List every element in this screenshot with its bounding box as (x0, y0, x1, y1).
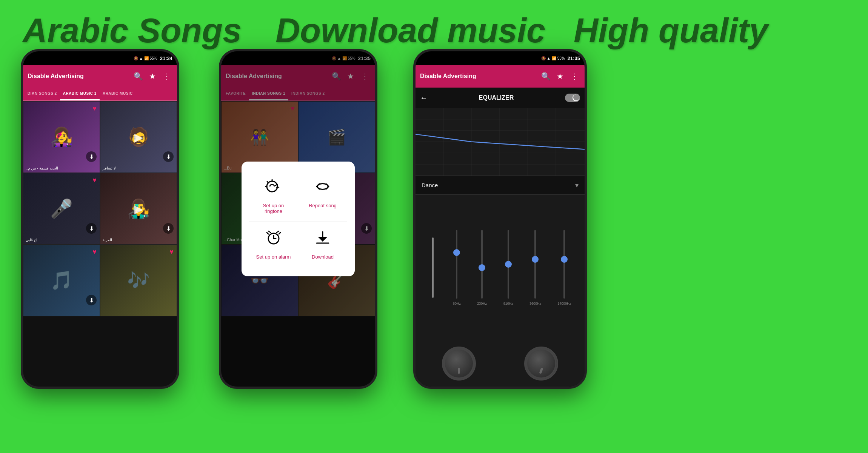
app-bar-1: Disable Advertising 🔍 ★ ⋮ (23, 65, 177, 88)
section-title-arabic: Arabic Songs (23, 11, 242, 50)
battery-level: 55% (557, 56, 565, 60)
repeat-label: Repeat song (309, 203, 337, 208)
sliders-row: 60Hz 230Hz 910Hz (416, 230, 585, 305)
song-name: الغربة (103, 238, 112, 242)
slider-label: 910Hz (503, 302, 513, 305)
slider-label: 3600Hz (529, 302, 541, 305)
favorites-icon-3[interactable]: ★ (554, 72, 566, 81)
download-icon-modal (314, 230, 331, 250)
status-icons-3: 🔕 ▲ 📶 55% 21:35 (541, 55, 580, 61)
ringtone-icon (265, 178, 282, 198)
slider-label: 230Hz (477, 302, 487, 305)
phone3: 🔕 ▲ 📶 55% 21:35 Disable Advertising 🔍 ★ … (413, 49, 587, 389)
slider-track (508, 230, 509, 299)
alarm-option[interactable]: Set up on alarm (249, 222, 298, 267)
battery-level: 55% (150, 56, 157, 60)
more-icon-1[interactable]: ⋮ (161, 72, 172, 81)
slider-label: 14000Hz (557, 302, 571, 305)
preset-label: Dance (422, 182, 438, 188)
tab-arabic-music-1[interactable]: ARABIC MUSIC 1 (60, 88, 100, 100)
list-item[interactable]: 👨‍🎤 ▶ ⬇ الغربة (100, 173, 177, 245)
options-modal: Set up on ringtone Repeat song (242, 162, 355, 276)
tab-arabic-music-2[interactable]: ARABIC MUSIC (100, 88, 136, 100)
slider-3600hz[interactable]: 3600Hz (529, 230, 541, 305)
status-bar-1: 🔕 ▲ 📶 55% 21:34 (23, 51, 177, 65)
list-item[interactable]: 🎶 ♥ (100, 245, 177, 316)
more-icon-3[interactable]: ⋮ (569, 72, 580, 81)
slider-track (534, 230, 536, 299)
search-icon-1[interactable]: 🔍 (132, 72, 144, 81)
back-button[interactable]: ← (420, 94, 428, 102)
slider-910hz[interactable]: 910Hz (503, 230, 513, 305)
repeat-icon (314, 178, 331, 198)
slider-track (563, 230, 565, 299)
section-title-download: Download music (275, 11, 545, 50)
eq-sliders-container: 60Hz 230Hz 910Hz (416, 195, 585, 341)
heart-icon[interactable]: ♥ (92, 248, 97, 256)
time-display-3: 21:35 (568, 55, 580, 61)
slider-track (481, 230, 483, 299)
download-label: Download (312, 254, 334, 260)
knob-1[interactable] (442, 347, 476, 381)
alarm-icon (265, 230, 282, 250)
heart-icon[interactable]: ♥ (92, 105, 97, 112)
eq-title: EQUALIZER (432, 94, 560, 101)
signal-icon: 📶 (144, 56, 149, 60)
eq-graph (416, 108, 585, 176)
slider-track (456, 230, 457, 299)
download-icon[interactable]: ⬇ (163, 223, 174, 234)
app-bar-3: Disable Advertising 🔍 ★ ⋮ (416, 65, 585, 88)
play-icon[interactable]: ▶ (134, 131, 143, 144)
ringtone-label: Set up on ringtone (255, 203, 292, 214)
section-title-quality: High quality (574, 11, 768, 50)
download-icon[interactable]: ⬇ (163, 151, 174, 162)
ringtone-option[interactable]: Set up on ringtone (249, 171, 298, 222)
status-bar-3: 🔕 ▲ 📶 55% 21:35 (416, 51, 585, 65)
download-icon[interactable]: ⬇ (86, 151, 97, 162)
eq-header: ← EQUALIZER (416, 88, 585, 108)
slider-knob (453, 249, 460, 256)
chevron-down-icon: ▾ (575, 181, 579, 190)
slider-60hz[interactable]: 60Hz (453, 230, 461, 305)
equalizer-screen: ← EQUALIZER (416, 88, 585, 387)
eq-toggle[interactable] (565, 94, 580, 102)
download-icon[interactable]: ⬇ (86, 295, 97, 305)
notification-icon: 🔕 (541, 56, 546, 60)
slider-knob (479, 264, 485, 271)
modal-backdrop[interactable]: Set up on ringtone Repeat song (221, 51, 375, 387)
wifi-icon: ▲ (139, 56, 143, 60)
slider-230hz[interactable]: 230Hz (477, 230, 487, 305)
heart-icon[interactable]: ♥ (92, 176, 97, 184)
slider-label: 60Hz (453, 302, 461, 305)
app-title-1: Disable Advertising (28, 73, 129, 80)
list-item[interactable]: 🧔 ▶ ⬇ لا تسافر (100, 101, 177, 173)
search-icon-3[interactable]: 🔍 (540, 72, 551, 81)
download-option[interactable]: Download (298, 222, 347, 267)
song-name: الحب قسمة - من م.. (26, 166, 58, 170)
play-icon[interactable]: ▶ (134, 202, 143, 216)
song-grid-1: 👩‍🎤 ♥ ⬇ الحب قسمة - من م.. 🧔 ▶ ⬇ لا تساف… (23, 101, 177, 387)
slider-14000hz[interactable]: 14000Hz (557, 230, 571, 305)
tab-dian-songs-2[interactable]: DIAN SONGS 2 (25, 88, 60, 100)
app-title-3: Disable Advertising (420, 73, 537, 80)
list-item[interactable]: 🎵 ♥ ⬇ (23, 245, 100, 316)
list-item[interactable]: 🎤 ♥ ⬇ اخ قلبي (23, 173, 100, 245)
knob-2[interactable] (524, 347, 558, 381)
slider-knob (505, 261, 512, 268)
phone2: 🔕 ▲ 📶 55% 21:35 Disable Advertising 🔍 ★ … (219, 49, 377, 389)
phone1: 🔕 ▲ 📶 55% 21:34 Disable Advertising 🔍 ★ … (21, 49, 179, 389)
status-icons-1: 🔕 ▲ 📶 55% 21:34 (134, 55, 172, 61)
slider-knob (561, 256, 568, 263)
heart-icon[interactable]: ♥ (169, 248, 174, 256)
song-name: لا تسافر (103, 166, 116, 170)
eq-knobs-row (416, 341, 585, 387)
eq-preset[interactable]: Dance ▾ (416, 176, 585, 195)
repeat-song-option[interactable]: Repeat song (298, 171, 347, 222)
download-icon[interactable]: ⬇ (86, 223, 97, 234)
signal-icon: 📶 (552, 56, 556, 60)
time-display-1: 21:34 (160, 55, 172, 61)
slider-knob (532, 256, 539, 263)
list-item[interactable]: 👩‍🎤 ♥ ⬇ الحب قسمة - من م.. (23, 101, 100, 173)
alarm-label: Set up on alarm (256, 254, 291, 260)
favorites-icon-1[interactable]: ★ (147, 72, 158, 81)
